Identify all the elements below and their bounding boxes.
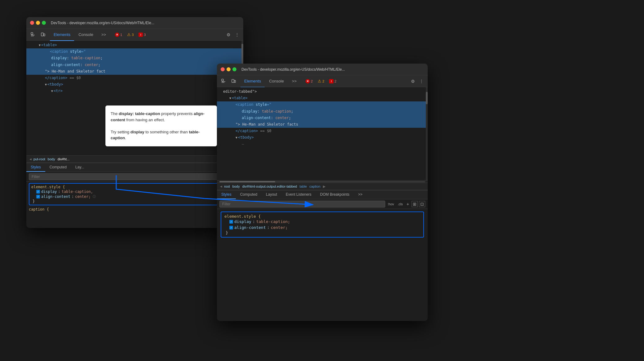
css-checkbox-align-1[interactable] <box>36 195 40 198</box>
styles-tab-events-2[interactable]: Event Listeners <box>281 190 316 199</box>
breadcrumb-root-2[interactable]: root <box>224 185 230 188</box>
styles-tabs-2: Styles Computed Layout Event Listeners D… <box>217 190 428 199</box>
toolbar-tabs-1: Elements Console >> <box>50 29 110 40</box>
info-icon-1: ! <box>139 33 143 37</box>
grid-icon-button[interactable]: ⊞ <box>412 201 418 207</box>
tab-elements-2[interactable]: Elements <box>240 76 265 87</box>
html-line-editor[interactable]: editor-tabbed"> <box>217 88 428 95</box>
tab-more-2[interactable]: >> <box>288 76 300 87</box>
breadcrumb-body-1[interactable]: body <box>48 157 55 161</box>
breadcrumb-caption-2[interactable]: caption <box>309 185 320 188</box>
close-button-2[interactable] <box>221 67 225 71</box>
css-val-display-1: table-caption, <box>62 189 93 194</box>
minimize-button-1[interactable] <box>36 21 40 25</box>
html-line-tbody-2[interactable]: ▼<tbody> <box>217 134 428 141</box>
settings-button-1[interactable]: ⚙ <box>225 31 232 38</box>
styles-tab-layout-2[interactable]: Layout <box>262 190 281 199</box>
tab-console-2[interactable]: Console <box>265 76 288 87</box>
breadcrumb-back-1[interactable]: ◄ <box>29 157 32 161</box>
warning-badge-1: ⚠ 3 <box>126 32 135 38</box>
html-line-caption-open-2[interactable]: <caption style=" <box>217 101 428 108</box>
html-line-dash[interactable]: — <box>217 141 428 148</box>
css-prop-align-2: align-content <box>234 225 266 230</box>
styles-tab-more-2[interactable]: >> <box>354 190 367 199</box>
device-icon-2[interactable] <box>229 77 238 86</box>
breadcrumb-forward-2[interactable]: ▶ <box>323 185 325 189</box>
scrollbar-thumb-2[interactable] <box>426 92 428 104</box>
html-line-caption-text[interactable]: "> He-Man and Skeletor fact <box>26 68 243 75</box>
svg-rect-6 <box>222 79 223 81</box>
caption-rule-1: caption { <box>26 207 243 212</box>
hscroll-thumb[interactable] <box>219 181 275 182</box>
styles-section-2: Styles Computed Layout Event Listeners D… <box>217 190 428 321</box>
breadcrumb-back-2[interactable]: ◄ <box>219 185 223 188</box>
styles-tab-computed-1[interactable]: Computed <box>45 163 71 172</box>
computed-icon-button[interactable]: ⊡ <box>419 201 425 207</box>
styles-tab-computed-2[interactable]: Computed <box>236 190 262 199</box>
warning-icon-2: ⚠ <box>318 79 321 83</box>
html-line-align[interactable]: align-content: center; <box>26 62 243 68</box>
traffic-lights-2 <box>221 67 236 71</box>
info-circle-1[interactable]: ⓘ <box>93 194 96 199</box>
styles-tab-styles-1[interactable]: Styles <box>26 163 45 172</box>
info-badge-1: ! 3 <box>137 32 147 38</box>
maximize-button-1[interactable] <box>42 21 46 25</box>
css-close-1: } <box>31 199 238 203</box>
more-button-1[interactable]: ⋮ <box>233 31 241 38</box>
warning-badge-2: ⚠ 2 <box>316 78 326 84</box>
html-line-caption-open[interactable]: <caption style=" <box>26 48 243 55</box>
html-line-caption-text-2[interactable]: "> He-Man and Skeletor facts <box>217 121 428 128</box>
elements-panel-2[interactable]: editor-tabbed"> ▼<table> <caption style=… <box>217 87 428 180</box>
html-line-tr[interactable]: ▼<tr> <box>26 88 243 94</box>
more-button-2[interactable]: ⋮ <box>418 78 425 85</box>
svg-rect-4 <box>44 34 45 36</box>
html-line-display[interactable]: display: table-caption; <box>26 55 243 61</box>
styles-tab-styles-2[interactable]: Styles <box>217 190 236 199</box>
hov-button[interactable]: :hov <box>386 202 395 207</box>
hscroll-bar <box>217 180 428 183</box>
maximize-button-2[interactable] <box>232 67 236 71</box>
styles-tab-layout-1[interactable]: Lay... <box>71 163 88 172</box>
inspect-icon[interactable] <box>29 30 37 39</box>
html-line-caption-close[interactable]: </caption> == $0 <box>26 75 243 81</box>
filter-input-2[interactable] <box>219 201 385 207</box>
css-property-line-display-2: display : table-caption; <box>224 219 420 225</box>
toolbar-badges-2: ✕ 2 ⚠ 2 ! 2 <box>304 78 338 84</box>
settings-button-2[interactable]: ⚙ <box>409 78 417 85</box>
tab-more-1[interactable]: >> <box>98 29 110 41</box>
error-icon-2: ✕ <box>306 79 310 83</box>
warning-icon-1: ⚠ <box>127 32 131 37</box>
breadcrumb-div-2[interactable]: div#html-output.output.editor-tabbed <box>242 185 297 188</box>
device-icon[interactable] <box>39 30 47 39</box>
cls-button[interactable]: .cls <box>396 202 404 207</box>
breadcrumb-table-2[interactable]: table <box>299 185 307 188</box>
css-selector-1: element.style { <box>31 185 238 189</box>
breadcrumb-put-root[interactable]: put-root <box>33 157 45 161</box>
add-rule-button[interactable]: + <box>405 201 410 207</box>
html-line-display-2[interactable]: display: table-caption; <box>217 108 428 115</box>
filter-input-1[interactable] <box>29 173 241 180</box>
breadcrumb-2: ◄ root body div#html-output.output.edito… <box>217 183 428 190</box>
toolbar-1: Elements Console >> ✕ 1 ⚠ 3 ! 3 ⚙ ⋮ <box>26 29 243 41</box>
html-line-caption-close-2[interactable]: </caption> == $0 <box>217 128 428 134</box>
filter-bar-2: :hov .cls + ⊞ ⊡ <box>217 199 428 209</box>
html-line-table-2[interactable]: ▼<table> <box>217 95 428 101</box>
breadcrumb-div-1[interactable]: div#ht... <box>58 157 70 161</box>
tab-elements-1[interactable]: Elements <box>50 29 74 41</box>
close-button-1[interactable] <box>30 21 34 25</box>
css-checkbox-display-1[interactable] <box>36 190 40 194</box>
minimize-button-2[interactable] <box>227 67 231 71</box>
error-icon-1: ✕ <box>115 33 119 37</box>
css-checkbox-align-2[interactable] <box>229 226 233 230</box>
css-checkbox-display-2[interactable] <box>229 220 233 224</box>
html-line-tbody[interactable]: ▼<tbody> <box>26 81 243 88</box>
info-icon-2: ! <box>329 79 333 83</box>
breadcrumb-body-2[interactable]: body <box>232 185 240 188</box>
html-line-table[interactable]: ▼<table> <box>26 42 243 48</box>
inspect-icon-2[interactable] <box>219 77 228 86</box>
styles-section-1: Styles Computed Lay... element.style { d… <box>26 163 243 228</box>
svg-rect-9 <box>232 79 234 82</box>
html-line-align-2[interactable]: align-content: center; <box>217 115 428 121</box>
tab-console-1[interactable]: Console <box>75 29 97 41</box>
styles-tab-dom-2[interactable]: DOM Breakpoints <box>316 190 354 199</box>
